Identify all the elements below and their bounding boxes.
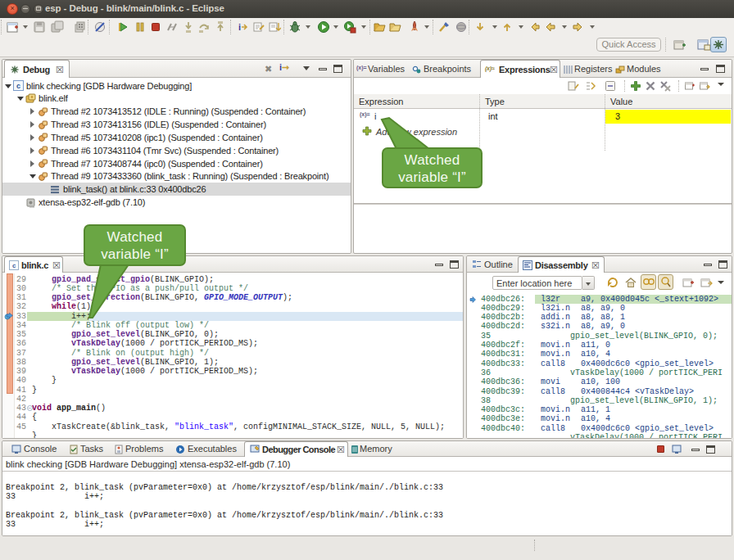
- svg-text:i: i: [238, 22, 241, 32]
- svg-text:c: c: [16, 82, 20, 90]
